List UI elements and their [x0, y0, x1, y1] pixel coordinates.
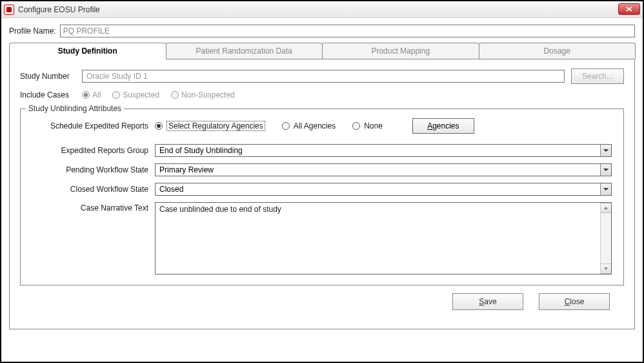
radio-icon: [112, 91, 120, 99]
include-suspected-radio[interactable]: Suspected: [112, 90, 159, 99]
schedule-select-radio[interactable]: Select Regulatory Agencies: [155, 121, 265, 131]
study-number-input[interactable]: [82, 70, 565, 83]
search-button[interactable]: Search...: [571, 68, 624, 84]
schedule-select-label: Select Regulatory Agencies: [166, 121, 265, 131]
radio-icon: [171, 91, 179, 99]
schedule-all-label: All Agencies: [294, 121, 336, 130]
narrative-textarea[interactable]: Case unblinded due to end of study: [155, 202, 612, 275]
include-suspected-label: Suspected: [123, 90, 159, 99]
closed-value: Closed: [159, 185, 183, 194]
tab-patient-randomization[interactable]: Patient Randomization Data: [166, 43, 323, 59]
pending-combo[interactable]: Primary Review: [155, 163, 612, 176]
narrative-value: Case unblinded due to end of study: [156, 203, 600, 274]
app-icon: [4, 5, 14, 15]
window-title: Configure EOSU Profile: [18, 5, 100, 14]
tab-body: Study Number Search... Include Cases All…: [9, 59, 635, 329]
save-button[interactable]: Save: [452, 293, 523, 310]
radio-icon: [82, 91, 90, 99]
profile-name-input[interactable]: [60, 25, 635, 37]
scroll-down-icon[interactable]: [601, 264, 611, 274]
group-value: End of Study Unblinding: [159, 146, 243, 155]
study-number-label: Study Number: [20, 72, 78, 81]
unblinding-legend: Study Unblinding Attributes: [26, 104, 124, 113]
chevron-down-icon: [600, 183, 611, 195]
agencies-button[interactable]: Agencies: [412, 118, 474, 134]
tab-dosage[interactable]: Dosage: [479, 43, 636, 59]
chevron-down-icon: [600, 164, 611, 176]
titlebar: Configure EOSU Profile: [1, 1, 643, 18]
pending-label: Pending Workflow State: [32, 165, 155, 174]
footer: Save Close: [20, 285, 624, 310]
include-nonsuspected-label: Non-Suspected: [181, 90, 235, 99]
scroll-up-icon[interactable]: [601, 203, 611, 213]
chevron-down-icon: [600, 145, 611, 156]
closed-combo[interactable]: Closed: [155, 183, 612, 196]
tabs: Study Definition Patient Randomization D…: [9, 43, 635, 59]
unblinding-fieldset: Study Unblinding Attributes Schedule Exp…: [20, 109, 624, 285]
schedule-all-radio[interactable]: All Agencies: [282, 121, 336, 130]
close-button[interactable]: Close: [539, 293, 610, 310]
include-nonsuspected-radio[interactable]: Non-Suspected: [171, 90, 235, 99]
group-label: Expedited Reports Group: [32, 146, 155, 155]
schedule-label: Schedule Expedited Reports: [32, 121, 155, 130]
tab-product-mapping[interactable]: Product Mapping: [322, 43, 479, 59]
include-all-radio[interactable]: All: [82, 90, 101, 99]
include-cases-label: Include Cases: [20, 90, 78, 99]
radio-icon: [155, 122, 163, 130]
scrollbar[interactable]: [600, 203, 611, 274]
closed-label: Closed Workflow State: [32, 185, 155, 194]
include-all-label: All: [92, 90, 101, 99]
schedule-none-radio[interactable]: None: [352, 121, 383, 130]
schedule-none-label: None: [364, 121, 383, 130]
group-combo[interactable]: End of Study Unblinding: [155, 144, 612, 157]
profile-name-label: Profile Name:: [9, 26, 56, 36]
include-cases-group: All Suspected Non-Suspected: [82, 90, 235, 99]
radio-icon: [282, 122, 290, 130]
radio-icon: [352, 122, 360, 130]
narrative-label: Case Narrative Text: [32, 202, 155, 213]
pending-value: Primary Review: [159, 165, 214, 174]
close-icon[interactable]: [618, 3, 640, 15]
tab-study-definition[interactable]: Study Definition: [9, 43, 166, 59]
